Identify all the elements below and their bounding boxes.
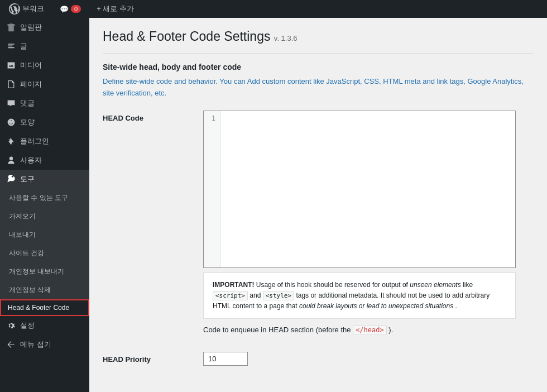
pages-label: 페이지 — [20, 79, 42, 89]
appearance-label: 모양 — [20, 117, 35, 127]
notice-text-5: . — [455, 302, 457, 310]
comments-icon — [7, 99, 16, 108]
media-label: 미디어 — [20, 60, 42, 70]
sidebar-item-media[interactable]: 미디어 — [0, 56, 89, 75]
users-icon — [7, 156, 16, 165]
add-new-button[interactable]: + 새로 추가 — [93, 0, 137, 18]
notice-text-1: Usage of this hook should be reserved fo… — [256, 281, 410, 289]
tools-label: 도구 — [20, 174, 35, 184]
users-label: 사용자 — [20, 155, 42, 165]
sidebar-item-users[interactable]: 사용자 — [0, 151, 89, 170]
posts-icon — [7, 42, 16, 51]
content-area: Head & Footer Code Settings v. 1.3.6 Sit… — [89, 18, 547, 392]
notice-italic-2: could break layouts or lead to unexpecte… — [299, 302, 453, 310]
head-priority-field — [203, 352, 534, 366]
sidebar-item-appearance[interactable]: 모양 — [0, 113, 89, 132]
wp-logo-icon — [9, 3, 20, 15]
head-priority-input[interactable] — [203, 352, 248, 366]
site-name: 부워크 — [22, 4, 44, 14]
collapse-label: 메뉴 접기 — [20, 340, 51, 350]
sidebar-item-site-health[interactable]: 사이트 건강 — [0, 244, 89, 262]
pages-icon — [7, 80, 16, 89]
sidebar-item-comments[interactable]: 댓글 — [0, 94, 89, 113]
sidebar-item-available-tools[interactable]: 사용할 수 있는 도구 — [0, 189, 89, 207]
plugins-icon — [7, 137, 16, 146]
comments-button[interactable]: 💬 0 — [56, 0, 84, 18]
wp-logo-button[interactable]: 부워크 — [6, 0, 47, 18]
head-priority-label: HEAD Priority — [103, 352, 203, 364]
media-icon — [7, 61, 16, 70]
head-footer-code-label: Head & Footer Code — [8, 304, 69, 312]
sidebar-item-posts[interactable]: 글 — [0, 37, 89, 56]
dashboard-icon — [7, 23, 16, 32]
important-notice: IMPORTANT! Usage of this hook should be … — [203, 273, 516, 319]
notice-code-1: <script> — [213, 291, 248, 300]
tools-icon — [7, 175, 16, 184]
collapse-icon — [7, 340, 16, 349]
notice-text-2: like — [463, 281, 473, 289]
code-editor-wrapper: 1 — [203, 111, 516, 268]
dashboard-label: 알림판 — [20, 22, 42, 32]
notice-italic-1: unseen elements — [410, 281, 460, 289]
admin-bar: 부워크 💬 0 + 새로 추가 — [0, 0, 547, 18]
head-code-field: 1 IMPORTANT! Usage of this hook should b… — [203, 111, 534, 343]
sidebar-item-privacy-delete[interactable]: 개인정보 삭제 — [0, 281, 89, 299]
sidebar-item-export[interactable]: 내보내기 — [0, 226, 89, 244]
notice-text-3: and — [249, 291, 262, 299]
head-priority-row: HEAD Priority — [103, 352, 534, 366]
notice-code-2: <style> — [263, 291, 294, 300]
version-badge: v. 1.3.6 — [274, 34, 298, 42]
enqueue-label: Code to enqueue in HEAD section (before … — [203, 326, 516, 334]
section-title: Site-wide head, body and footer code — [103, 63, 534, 71]
main-layout: 알림판 글 미디어 페이지 댓글 모양 플러그인 사용자 — [0, 18, 547, 392]
settings-icon — [7, 321, 16, 330]
sidebar-item-plugins[interactable]: 플러그인 — [0, 132, 89, 151]
appearance-icon — [7, 118, 16, 127]
sidebar-item-dashboard[interactable]: 알림판 — [0, 18, 89, 37]
comments-label: 댓글 — [20, 98, 35, 108]
section-divider — [103, 53, 534, 54]
sidebar-item-import[interactable]: 가져오기 — [0, 207, 89, 226]
comment-icon: 💬 — [60, 5, 69, 13]
sidebar-item-settings[interactable]: 설정 — [0, 316, 89, 335]
head-code-textarea[interactable] — [220, 111, 515, 267]
page-title: Head & Footer Code Settings v. 1.3.6 — [103, 29, 534, 44]
plugins-label: 플러그인 — [20, 136, 49, 146]
sidebar-item-privacy-export[interactable]: 개인정보 내보내기 — [0, 262, 89, 281]
section-description: Define site-wide code and behavior. You … — [103, 76, 534, 99]
sidebar-item-collapse[interactable]: 메뉴 접기 — [0, 335, 89, 354]
head-code-row: HEAD Code 1 IMPORTANT! Usage of this hoo… — [103, 111, 534, 343]
add-new-label: + 새로 추가 — [97, 4, 134, 14]
posts-label: 글 — [20, 41, 27, 51]
sidebar-item-tools[interactable]: 도구 — [0, 170, 89, 189]
sidebar: 알림판 글 미디어 페이지 댓글 모양 플러그인 사용자 — [0, 18, 89, 392]
comment-count: 0 — [71, 5, 81, 13]
tools-submenu: 사용할 수 있는 도구 가져오기 내보내기 사이트 건강 개인정보 내보내기 개… — [0, 189, 89, 299]
settings-label: 설정 — [20, 321, 35, 331]
enqueue-code: </head> — [353, 325, 387, 335]
line-numbers: 1 — [204, 111, 220, 267]
head-code-label: HEAD Code — [103, 111, 203, 122]
sidebar-item-pages[interactable]: 페이지 — [0, 75, 89, 94]
sidebar-item-head-footer-code[interactable]: Head & Footer Code — [0, 299, 89, 316]
notice-title: IMPORTANT! — [213, 281, 254, 289]
